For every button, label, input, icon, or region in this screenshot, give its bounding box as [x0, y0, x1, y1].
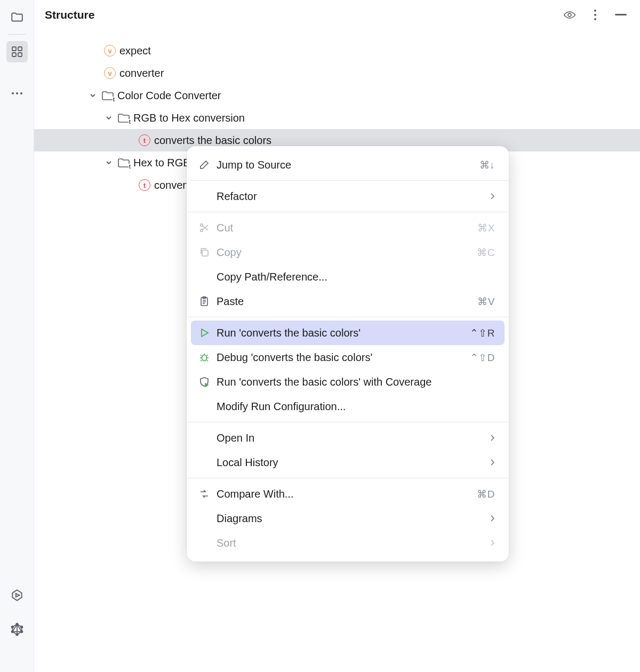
minimize-icon[interactable]: [614, 9, 627, 21]
tree-label: RGB to Hex conversion: [133, 112, 245, 124]
menu-shortcut: ⌘↓: [479, 159, 495, 171]
variable-icon: v: [103, 44, 116, 57]
tree-item-expect[interactable]: v expect: [34, 39, 640, 62]
tree-item-rgb-to-hex[interactable]: t RGB to Hex conversion: [34, 107, 640, 129]
toolstrip-separator: [9, 34, 26, 35]
chevron-down-icon: [103, 114, 114, 122]
tree-item-converter[interactable]: v converter: [34, 62, 640, 84]
menu-copy-path[interactable]: Copy Path/Reference...: [191, 265, 505, 289]
svg-marker-8: [15, 594, 19, 597]
menu-label: Local History: [217, 457, 484, 469]
menu-debug[interactable]: Debug 'converts the basic colors' ⌃⇧D: [191, 345, 505, 370]
graphql-tool-button[interactable]: [6, 619, 28, 640]
view-mode-icon[interactable]: [563, 9, 576, 21]
chevron-right-icon: [490, 434, 495, 442]
svg-rect-0: [12, 47, 16, 51]
svg-point-17: [594, 10, 596, 12]
chevron-down-icon: [87, 92, 98, 99]
menu-shortcut: ⌘X: [477, 222, 495, 234]
menu-label: Cut: [217, 222, 472, 234]
chevron-right-icon: [490, 515, 495, 522]
svg-point-14: [11, 631, 13, 633]
menu-label: Run 'converts the basic colors': [217, 327, 465, 339]
svg-point-13: [16, 634, 18, 635]
menu-local-history[interactable]: Local History: [191, 450, 505, 475]
menu-compare-with[interactable]: Compare With... ⌘D: [191, 482, 505, 506]
tree-item-color-code-converter[interactable]: t Color Code Converter: [34, 84, 640, 107]
more-tool-button[interactable]: [6, 83, 28, 104]
menu-label: Diagrams: [217, 513, 484, 525]
menu-refactor[interactable]: Refactor: [191, 184, 505, 209]
panel-header: Structure: [34, 0, 640, 30]
menu-sort: Sort: [191, 531, 505, 555]
test-folder-icon: t: [117, 156, 130, 169]
svg-point-12: [20, 631, 22, 633]
svg-point-10: [16, 623, 18, 625]
menu-run[interactable]: Run 'converts the basic colors' ⌃⇧R: [191, 321, 505, 345]
svg-point-19: [594, 18, 596, 20]
compare-icon: [197, 489, 211, 499]
svg-marker-26: [202, 329, 208, 337]
clipboard-icon: [197, 296, 211, 307]
menu-label: Sort: [217, 537, 484, 549]
menu-modify-run-config[interactable]: Modify Run Configuration...: [191, 394, 505, 419]
tree-label: expect: [119, 45, 151, 57]
left-toolstrip: [0, 0, 34, 672]
menu-copy: Copy ⌘C: [191, 240, 505, 265]
services-tool-button[interactable]: [6, 585, 28, 606]
menu-shortcut: ⌃⇧R: [470, 327, 495, 339]
menu-label: Open In: [217, 432, 484, 444]
svg-rect-2: [12, 53, 16, 57]
structure-tool-button[interactable]: [6, 41, 28, 62]
tree-label: Color Code Converter: [117, 90, 221, 102]
svg-rect-1: [18, 47, 22, 51]
menu-separator: [187, 422, 509, 422]
menu-shortcut: ⌘V: [477, 295, 495, 308]
svg-point-22: [201, 229, 203, 232]
menu-separator: [187, 317, 509, 317]
svg-point-15: [11, 626, 13, 628]
menu-separator: [187, 212, 509, 212]
menu-shortcut: ⌃⇧D: [470, 351, 495, 364]
menu-label: Copy: [217, 246, 471, 259]
svg-point-4: [12, 92, 14, 94]
bug-icon: [197, 352, 211, 363]
menu-label: Debug 'converts the basic colors': [217, 351, 465, 364]
tree-label: converter: [119, 67, 164, 79]
menu-shortcut: ⌘D: [477, 488, 495, 500]
menu-separator: [187, 478, 509, 478]
play-icon: [197, 328, 211, 338]
options-icon[interactable]: [589, 9, 602, 21]
svg-point-16: [568, 13, 571, 17]
chevron-right-icon: [490, 193, 495, 200]
svg-point-5: [16, 92, 18, 94]
test-icon: t: [138, 134, 151, 147]
shield-play-icon: [197, 377, 211, 387]
pencil-icon: [197, 159, 211, 170]
context-menu: Jump to Source ⌘↓ Refactor Cut ⌘X Copy ⌘…: [187, 146, 509, 562]
variable-icon: v: [103, 67, 116, 79]
tree-label: converts the basic colors: [154, 134, 271, 147]
test-icon: t: [138, 179, 151, 191]
menu-jump-to-source[interactable]: Jump to Source ⌘↓: [191, 153, 505, 177]
scissors-icon: [197, 222, 211, 233]
menu-run-coverage[interactable]: Run 'converts the basic colors' with Cov…: [191, 370, 505, 394]
menu-diagrams[interactable]: Diagrams: [191, 506, 505, 531]
menu-separator: [187, 180, 509, 181]
svg-point-21: [201, 224, 203, 227]
menu-label: Compare With...: [217, 488, 471, 500]
menu-paste[interactable]: Paste ⌘V: [191, 289, 505, 314]
copy-icon: [197, 247, 211, 258]
svg-rect-23: [202, 250, 208, 256]
menu-label: Paste: [217, 295, 472, 308]
chevron-down-icon: [103, 159, 114, 166]
svg-point-27: [202, 355, 207, 361]
svg-rect-20: [615, 14, 627, 15]
menu-open-in[interactable]: Open In: [191, 426, 505, 450]
menu-label: Run 'converts the basic colors' with Cov…: [217, 376, 495, 388]
test-folder-icon: t: [101, 89, 114, 102]
menu-label: Refactor: [217, 190, 484, 203]
project-tool-button[interactable]: [6, 6, 28, 28]
svg-point-11: [20, 626, 22, 628]
svg-point-6: [20, 92, 22, 94]
